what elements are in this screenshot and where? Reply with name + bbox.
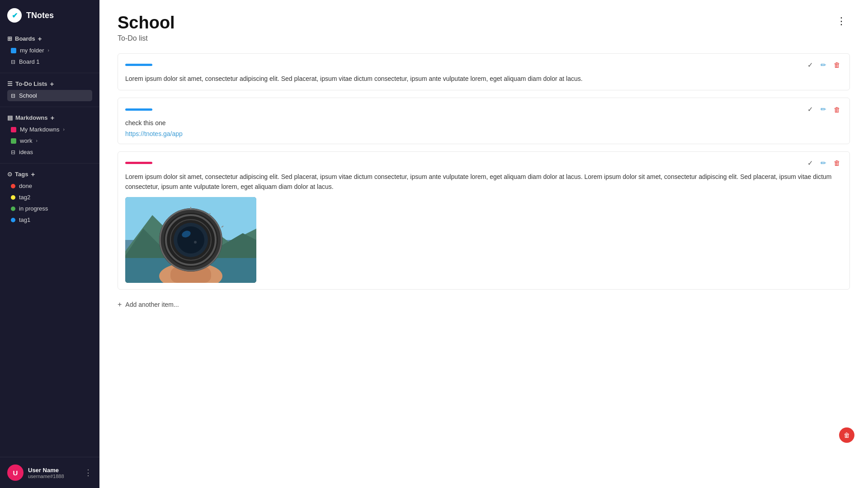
boards-icon: ⊞ xyxy=(7,35,12,42)
todo-item-1-header: ✓ ✏ 🗑 xyxy=(125,60,842,70)
sidebar-item-board1[interactable]: ⊟ Board 1 xyxy=(7,56,92,67)
sidebar-item-my-markdowns[interactable]: My Markdowns › xyxy=(7,124,92,135)
add-item-label: Add another item... xyxy=(125,301,179,308)
todo-actions-2: ✓ ✏ 🗑 xyxy=(806,104,842,114)
sidebar: ✔ TNotes ⊞ Boards + my folder › ⊟ Board … xyxy=(0,0,99,488)
todo-item-2-header: ✓ ✏ 🗑 xyxy=(125,104,842,114)
markdown-file-icon: ⊟ xyxy=(11,149,15,155)
markdowns-section: ▤ Markdowns + My Markdowns › work › ⊟ id… xyxy=(0,110,99,160)
todo-edit-button-1[interactable]: ✏ xyxy=(819,60,828,70)
sidebar-item-tag-done[interactable]: done xyxy=(7,180,92,192)
boards-label: Boards xyxy=(15,35,35,42)
page-more-button[interactable]: ⋮ xyxy=(833,14,850,29)
folder-dot-pink-icon xyxy=(11,127,16,132)
logo-check-icon: ✔ xyxy=(12,11,18,20)
sidebar-item-label: tag2 xyxy=(19,194,30,201)
todo-item-3: ✓ ✏ 🗑 Lorem ipsum dolor sit amet, consec… xyxy=(118,151,850,290)
sidebar-item-my-folder[interactable]: my folder › xyxy=(7,45,92,56)
todo-color-bar-blue xyxy=(125,64,152,66)
boards-add-button[interactable]: + xyxy=(38,35,42,42)
tag-dot-blue-icon xyxy=(11,218,15,222)
tags-section: ⊙ Tags + done tag2 in progress tag1 xyxy=(0,166,99,228)
todo-delete-button-3[interactable]: 🗑 xyxy=(832,158,842,168)
folder-dot-green-icon xyxy=(11,138,16,144)
bottom-red-icon: 🗑 xyxy=(844,432,850,439)
todo-edit-button-3[interactable]: ✏ xyxy=(819,158,828,168)
page-header: School To-Do list ⋮ xyxy=(118,14,850,42)
user-name: User Name xyxy=(28,467,80,474)
svg-point-12 xyxy=(177,226,204,253)
tags-header: ⊙ Tags + xyxy=(7,171,92,178)
sidebar-item-tag-in-progress[interactable]: in progress xyxy=(7,203,92,214)
sidebar-item-label: School xyxy=(19,92,37,99)
sidebar-item-label: ideas xyxy=(19,149,33,155)
tags-label: Tags xyxy=(15,171,28,178)
sidebar-item-label: Board 1 xyxy=(19,58,40,65)
camera-image-svg xyxy=(125,197,256,283)
todo-text-1: Lorem ipsum dolor sit amet, consectetur … xyxy=(125,74,842,84)
todo-check-button-3[interactable]: ✓ xyxy=(806,158,815,168)
todolists-label: To-Do Lists xyxy=(15,80,47,87)
todo-link-2[interactable]: https://tnotes.ga/app xyxy=(125,130,842,137)
todo-image-3 xyxy=(125,197,256,283)
todolists-add-button[interactable]: + xyxy=(50,80,54,87)
markdown-icon: ▤ xyxy=(7,114,13,121)
todo-item-2: ✓ ✏ 🗑 check this one https://tnotes.ga/a… xyxy=(118,98,850,144)
user-more-button[interactable]: ⋮ xyxy=(84,468,92,478)
todo-edit-button-2[interactable]: ✏ xyxy=(819,104,828,114)
todo-item-1: ✓ ✏ 🗑 Lorem ipsum dolor sit amet, consec… xyxy=(118,53,850,90)
bottom-red-button[interactable]: 🗑 xyxy=(839,427,854,443)
page-title-group: School To-Do list xyxy=(118,14,175,42)
tag-dot-yellow-icon xyxy=(11,195,15,200)
add-item-row[interactable]: + Add another item... xyxy=(118,300,850,309)
todo-check-button-1[interactable]: ✓ xyxy=(806,60,815,70)
todo-actions-1: ✓ ✏ 🗑 xyxy=(806,60,842,70)
sidebar-item-work[interactable]: work › xyxy=(7,135,92,146)
sidebar-item-ideas[interactable]: ⊟ ideas xyxy=(7,146,92,158)
tag-dot-red-icon xyxy=(11,184,15,188)
folder-dot-icon xyxy=(11,48,16,53)
boards-section: ⊞ Boards + my folder › ⊟ Board 1 xyxy=(0,31,99,70)
app-logo: ✔ TNotes xyxy=(0,0,99,31)
chevron-right-icon: › xyxy=(63,127,64,132)
user-info: User Name username#1888 xyxy=(28,467,80,479)
todo-text-2: check this one xyxy=(125,118,842,128)
board-icon: ⊟ xyxy=(11,59,15,65)
sidebar-item-label: in progress xyxy=(19,205,48,212)
markdowns-add-button[interactable]: + xyxy=(51,114,55,121)
todo-actions-3: ✓ ✏ 🗑 xyxy=(806,158,842,168)
todolists-header: ☰ To-Do Lists + xyxy=(7,80,92,87)
sidebar-item-tag-tag1[interactable]: tag1 xyxy=(7,214,92,225)
boards-header: ⊞ Boards + xyxy=(7,35,92,42)
page-subtitle: To-Do list xyxy=(118,34,175,42)
sidebar-item-label: done xyxy=(19,183,32,189)
sidebar-item-label: My Markdowns xyxy=(20,126,59,133)
list-icon: ⊟ xyxy=(11,93,15,99)
markdowns-header: ▤ Markdowns + xyxy=(7,114,92,121)
add-item-plus-icon: + xyxy=(118,300,122,309)
user-handle: username#1888 xyxy=(28,474,80,479)
tag-dot-green-icon xyxy=(11,206,15,211)
sidebar-item-school[interactable]: ⊟ School xyxy=(7,90,92,101)
chevron-right-icon: › xyxy=(36,138,37,143)
user-profile: U User Name username#1888 ⋮ xyxy=(0,457,99,488)
markdowns-label: Markdowns xyxy=(15,114,48,121)
todolists-section: ☰ To-Do Lists + ⊟ School xyxy=(0,76,99,104)
tags-add-button[interactable]: + xyxy=(31,171,35,178)
todo-check-button-2[interactable]: ✓ xyxy=(806,104,815,114)
todo-item-3-header: ✓ ✏ 🗑 xyxy=(125,158,842,168)
chevron-right-icon: › xyxy=(47,48,49,53)
avatar-letter: U xyxy=(13,469,18,477)
todo-color-bar-blue-2 xyxy=(125,108,152,111)
todolist-icon: ☰ xyxy=(7,80,13,87)
sidebar-item-label: work xyxy=(20,137,32,144)
sidebar-item-label: my folder xyxy=(20,47,44,54)
todo-delete-button-1[interactable]: 🗑 xyxy=(832,60,842,70)
main-content: School To-Do list ⋮ ✓ ✏ 🗑 Lorem ipsum do… xyxy=(99,0,868,488)
todo-delete-button-2[interactable]: 🗑 xyxy=(832,105,842,114)
sidebar-item-label: tag1 xyxy=(19,216,30,223)
sidebar-item-tag-tag2[interactable]: tag2 xyxy=(7,192,92,203)
todo-color-bar-pink xyxy=(125,162,152,164)
svg-point-14 xyxy=(194,241,197,244)
app-name: TNotes xyxy=(26,11,54,20)
